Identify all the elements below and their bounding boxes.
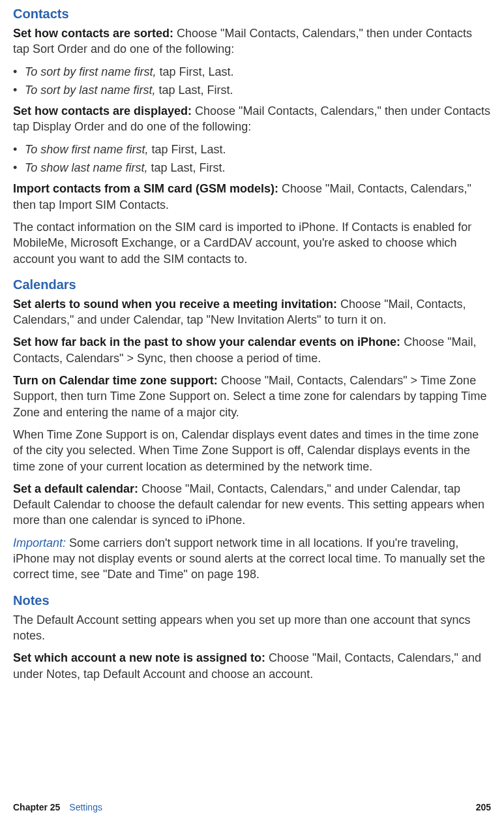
contacts-display-label: Set how contacts are displayed: (13, 104, 192, 117)
notes-assign-label: Set which account a new note is assigned… (13, 651, 265, 664)
contacts-sort-paragraph: Set how contacts are sorted: Choose "Mai… (13, 25, 491, 57)
calendars-tz-paragraph: Turn on Calendar time zone support: Choo… (13, 373, 491, 420)
calendars-default-paragraph: Set a default calendar: Choose "Mail, Co… (13, 481, 491, 529)
calendars-default-label: Set a default calendar: (13, 482, 138, 495)
section-heading-calendars: Calendars (13, 276, 491, 294)
contacts-import-label: Import contacts from a SIM card (GSM mod… (13, 182, 278, 195)
calendars-past-label: Set how far back in the past to show you… (13, 335, 400, 348)
calendars-tz-explain: When Time Zone Support is on, Calendar d… (13, 427, 491, 474)
calendars-tz-label: Turn on Calendar time zone support: (13, 374, 218, 387)
contacts-display-paragraph: Set how contacts are displayed: Choose "… (13, 103, 491, 135)
bullet-text: tap Last, First. (158, 84, 233, 97)
chapter-number: Chapter 25 (13, 801, 60, 814)
calendars-alerts-label: Set alerts to sound when you receive a m… (13, 298, 337, 311)
document-body: Contacts Set how contacts are sorted: Ch… (13, 0, 491, 682)
chapter-name: Settings (69, 801, 102, 814)
important-label: Important: (13, 536, 66, 549)
list-item: To sort by last name first, tap Last, Fi… (13, 82, 491, 98)
bullet-italic: To sort by first name first, (25, 65, 156, 78)
important-body: Some carriers don't support network time… (13, 536, 485, 581)
bullet-text: tap Last, First. (151, 161, 225, 174)
contacts-display-list: To show first name first, tap First, Las… (13, 142, 491, 176)
list-item: To show first name first, tap First, Las… (13, 142, 491, 157)
bullet-text: tap First, Last. (151, 143, 226, 156)
section-heading-notes: Notes (13, 592, 491, 609)
page-footer: Chapter 25 Settings 205 (0, 801, 504, 814)
page-number: 205 (476, 801, 491, 814)
calendars-important-paragraph: Important: Some carriers don't support n… (13, 535, 491, 583)
notes-intro: The Default Account setting appears when… (13, 612, 491, 644)
bullet-italic: To show first name first, (25, 143, 148, 156)
section-heading-contacts: Contacts (13, 5, 491, 23)
bullet-text: tap First, Last. (159, 65, 233, 78)
calendars-past-paragraph: Set how far back in the past to show you… (13, 334, 491, 366)
footer-left: Chapter 25 Settings (13, 801, 102, 814)
contacts-import-explain: The contact information on the SIM card … (13, 219, 491, 267)
list-item: To sort by first name first, tap First, … (13, 64, 491, 80)
notes-assign-paragraph: Set which account a new note is assigned… (13, 650, 491, 682)
contacts-sort-list: To sort by first name first, tap First, … (13, 64, 491, 99)
contacts-sort-label: Set how contacts are sorted: (13, 27, 173, 40)
contacts-import-paragraph: Import contacts from a SIM card (GSM mod… (13, 181, 491, 213)
bullet-italic: To show last name first, (25, 161, 147, 174)
list-item: To show last name first, tap Last, First… (13, 160, 491, 176)
calendars-alerts-paragraph: Set alerts to sound when you receive a m… (13, 296, 491, 328)
bullet-italic: To sort by last name first, (25, 84, 155, 97)
